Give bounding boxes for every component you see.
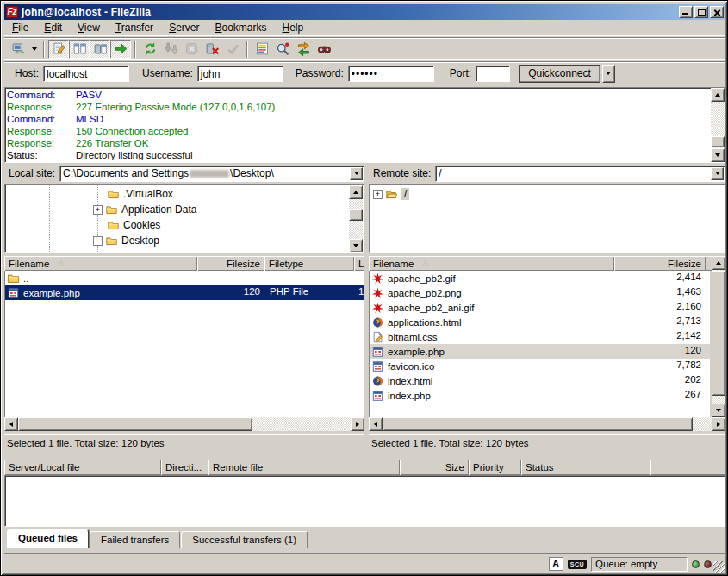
column-header-filename[interactable]: Filename xyxy=(369,256,614,271)
reconnect-button[interactable] xyxy=(222,40,243,59)
data-type-indicator[interactable]: A xyxy=(549,557,563,571)
file-row-parent-dir[interactable]: .. xyxy=(5,271,364,285)
file-row[interactable]: bitnami.css2,142 xyxy=(370,329,710,344)
scroll-down-button[interactable] xyxy=(349,239,363,253)
column-header-filesize[interactable]: Filesize xyxy=(197,256,264,271)
scroll-thumb[interactable] xyxy=(349,209,363,221)
column-header-status[interactable]: Status xyxy=(521,460,650,475)
menu-file[interactable]: File xyxy=(4,20,36,35)
toggle-remote-tree-button[interactable] xyxy=(90,40,110,59)
file-row[interactable]: index.html202 xyxy=(370,373,710,388)
menu-edit[interactable]: Edit xyxy=(36,20,70,35)
site-manager-dropdown[interactable] xyxy=(28,40,40,59)
find-files-button[interactable] xyxy=(314,40,334,59)
local-site-combobox[interactable]: C:\Documents and Settings\Desktop\ xyxy=(59,166,364,182)
combo-dropdown-button[interactable] xyxy=(350,167,363,180)
column-header-remote-file[interactable]: Remote file xyxy=(208,460,400,475)
scroll-thumb[interactable] xyxy=(712,271,725,396)
remote-directory-tree: + / xyxy=(369,184,725,253)
column-header-size[interactable]: Size xyxy=(400,460,469,475)
remote-horizontal-scrollbar[interactable] xyxy=(369,417,725,431)
collapse-icon[interactable]: - xyxy=(93,236,103,246)
combo-dropdown-button[interactable] xyxy=(711,167,724,180)
scroll-up-button[interactable] xyxy=(711,88,725,102)
scroll-right-button[interactable] xyxy=(712,417,725,431)
menu-view[interactable]: View xyxy=(70,20,108,35)
column-header-filesize[interactable]: Filesize xyxy=(614,256,706,271)
column-header-filename[interactable]: Filename xyxy=(4,256,197,271)
disconnect-button[interactable] xyxy=(202,40,222,59)
directory-filters-button[interactable] xyxy=(252,40,272,59)
menu-bookmarks[interactable]: Bookmarks xyxy=(207,20,274,35)
speed-limit-indicator[interactable]: SCU xyxy=(568,560,587,569)
minimize-button[interactable] xyxy=(679,6,693,18)
local-tree-scrollbar[interactable] xyxy=(349,185,363,253)
menu-server[interactable]: Server xyxy=(161,20,207,35)
tab-queued-files[interactable]: Queued files xyxy=(7,529,89,548)
close-button[interactable] xyxy=(710,6,724,18)
toggle-transfer-queue-button[interactable] xyxy=(110,40,131,59)
tab-successful-transfers[interactable]: Successful transfers (1) xyxy=(181,531,308,548)
scroll-left-button[interactable] xyxy=(4,417,18,431)
remote-site-combobox[interactable]: / xyxy=(435,166,725,182)
scroll-thumb[interactable] xyxy=(711,136,725,147)
process-queue-button[interactable] xyxy=(160,40,181,59)
host-input[interactable]: localhost xyxy=(43,66,129,82)
file-row[interactable]: applications.html2,713 xyxy=(370,315,710,329)
tab-failed-transfers[interactable]: Failed transfers xyxy=(90,531,180,548)
quickconnect-button[interactable]: Quickconnect xyxy=(519,65,600,83)
password-input[interactable]: •••••• xyxy=(348,66,434,82)
synchronized-browsing-button[interactable] xyxy=(293,40,314,59)
tree-item-application-data[interactable]: + Application Data xyxy=(93,203,196,216)
toggle-message-log-button[interactable] xyxy=(48,40,69,59)
menu-transfer[interactable]: Transfer xyxy=(108,20,161,35)
folder-icon xyxy=(105,235,118,247)
file-row-example-php[interactable]: example.php 120 PHP File 1 xyxy=(5,285,364,300)
column-header-priority[interactable]: Priority xyxy=(469,460,521,475)
tree-item-cookies[interactable]: Cookies xyxy=(107,218,160,232)
column-header-filler xyxy=(650,460,725,475)
log-scrollbar[interactable] xyxy=(711,88,725,162)
scroll-up-button[interactable] xyxy=(349,185,363,199)
site-manager-button[interactable] xyxy=(8,40,28,59)
column-header-server-local-file[interactable]: Server/Local file xyxy=(4,460,161,475)
scroll-thumb[interactable] xyxy=(18,417,252,431)
queue-tabs: Queued files Failed transfers Successful… xyxy=(4,529,725,548)
local-horizontal-scrollbar[interactable] xyxy=(4,417,364,431)
expand-icon[interactable]: + xyxy=(373,190,383,199)
scroll-down-button[interactable] xyxy=(711,148,725,162)
file-row[interactable]: apache_pb2.gif2,414 xyxy=(370,271,710,285)
column-header-filetype[interactable]: Filetype xyxy=(264,256,354,271)
tree-item-desktop[interactable]: - Desktop xyxy=(93,234,159,247)
file-row-selected[interactable]: example.php120 xyxy=(370,344,710,359)
quickconnect-dropdown[interactable] xyxy=(602,65,615,83)
file-row[interactable]: favicon.ico7,782 xyxy=(370,359,710,373)
expand-icon[interactable]: + xyxy=(93,205,103,215)
scroll-down-button[interactable] xyxy=(712,404,725,417)
remote-list-scrollbar[interactable] xyxy=(712,256,725,417)
resize-grip[interactable] xyxy=(713,561,725,573)
local-tree-icon xyxy=(72,41,87,56)
menu-help[interactable]: Help xyxy=(275,20,312,35)
port-input[interactable] xyxy=(476,66,510,82)
toggle-local-tree-button[interactable] xyxy=(69,40,90,59)
tree-item-virtualbox[interactable]: .VirtualBox xyxy=(107,187,173,201)
scroll-up-button[interactable] xyxy=(712,256,725,270)
scroll-left-button[interactable] xyxy=(369,417,383,431)
file-row[interactable]: apache_pb2.png1,463 xyxy=(370,285,710,300)
title-bar[interactable]: Fz john@localhost - FileZilla xyxy=(4,4,725,20)
remote-site-label: Remote site: xyxy=(369,166,435,181)
column-header-direction[interactable]: Directi... xyxy=(161,460,208,475)
file-row[interactable]: index.php267 xyxy=(370,388,710,403)
toolbar-separator xyxy=(246,41,248,58)
username-input[interactable]: john xyxy=(197,66,283,82)
column-header-last-modified[interactable]: Last modified xyxy=(354,256,364,271)
maximize-button[interactable] xyxy=(694,6,708,18)
directory-comparison-button[interactable] xyxy=(272,40,293,59)
cancel-operation-button[interactable] xyxy=(181,40,202,59)
scroll-thumb[interactable] xyxy=(383,417,693,431)
file-row[interactable]: apache_pb2_ani.gif2,160 xyxy=(370,300,710,315)
scroll-right-button[interactable] xyxy=(351,417,364,431)
refresh-button[interactable] xyxy=(140,40,160,59)
tree-item-root[interactable]: + / xyxy=(373,187,409,201)
